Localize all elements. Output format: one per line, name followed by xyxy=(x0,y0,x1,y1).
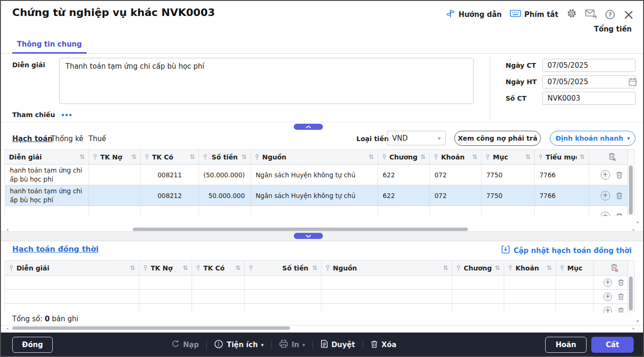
cell-dien-giai[interactable]: hanh toán tạm ứng chi ấp bù học phí xyxy=(5,185,89,206)
vertical-scrollbar[interactable] xyxy=(628,261,634,313)
tab-general-info[interactable]: Thông tin chung xyxy=(12,36,87,54)
close-button[interactable]: Đóng xyxy=(12,337,53,353)
pin-icon[interactable] xyxy=(325,265,330,271)
add-row-icon[interactable]: + xyxy=(601,170,610,180)
add-row-icon[interactable]: + xyxy=(604,307,612,313)
quick-entry-button[interactable]: Định khoản nhanh ▾ xyxy=(550,131,636,146)
cell-so-tien[interactable]: (50.000.000) xyxy=(199,165,251,185)
pin-icon[interactable] xyxy=(560,265,564,271)
col-header-muc[interactable]: Mục xyxy=(556,261,594,275)
col-header-tk-no[interactable]: TK Nợ⇅ xyxy=(89,150,141,164)
col-header-tieu-muc[interactable]: Tiểu mục⇅ xyxy=(535,150,589,164)
add-row-icon[interactable]: + xyxy=(601,212,610,216)
trash-icon[interactable] xyxy=(618,307,624,313)
doc-date-input[interactable] xyxy=(542,59,636,72)
pin-icon[interactable] xyxy=(508,265,513,271)
grid-tab-statistics[interactable]: Thống kê xyxy=(51,135,83,143)
scroll-right-arrow[interactable]: ▸ xyxy=(633,326,635,331)
pin-icon[interactable] xyxy=(143,265,148,271)
horizontal-scrollbar-thumb[interactable] xyxy=(12,326,290,330)
sort-arrows-icon[interactable]: ⇅ xyxy=(130,264,135,271)
collapse-up-button[interactable] xyxy=(294,124,323,130)
trash-icon[interactable] xyxy=(616,171,623,179)
view-payable-debt-button[interactable]: Xem công nợ phải trả xyxy=(454,131,541,146)
sort-arrows-icon[interactable]: ⇅ xyxy=(420,153,426,160)
pin-icon[interactable] xyxy=(539,154,543,160)
scroll-down-arrow[interactable]: ▾ xyxy=(636,319,639,324)
close-icon[interactable]: × xyxy=(623,10,635,19)
col-header-tk-co[interactable]: TK Có⇅ xyxy=(192,261,245,275)
add-row-icon[interactable]: + xyxy=(604,278,612,287)
cell-dien-giai[interactable]: hanh toán tạm ứng chi ấp bù học phí xyxy=(5,165,89,185)
scroll-left-arrow[interactable]: ◂ xyxy=(6,326,8,331)
col-header-chuong[interactable]: Chương⇅ xyxy=(452,261,504,275)
delete-button[interactable]: Xóa xyxy=(370,340,396,350)
simultaneous-accounting-link[interactable]: Hạch toán đồng thời xyxy=(12,245,98,254)
currency-select[interactable]: VND ▾ xyxy=(387,131,446,145)
shortcut-button[interactable]: Phím tắt xyxy=(510,9,558,19)
cell-tk-co[interactable]: 008211 xyxy=(141,165,199,185)
sort-arrows-icon[interactable]: ⇅ xyxy=(242,153,247,160)
pin-icon[interactable] xyxy=(145,154,149,160)
trash-icon[interactable] xyxy=(618,279,624,286)
sort-arrows-icon[interactable]: ⇅ xyxy=(369,153,374,160)
sort-arrows-icon[interactable]: ⇅ xyxy=(190,153,195,160)
collapse-down-button[interactable] xyxy=(294,233,323,239)
cell-tieu-muc[interactable]: 7766 xyxy=(535,185,589,206)
pin-icon[interactable] xyxy=(255,154,259,160)
col-header-so-tien[interactable]: Số tiền⇅ xyxy=(245,261,322,275)
pin-icon[interactable] xyxy=(93,154,97,160)
col-header-muc[interactable]: Mục⇅ xyxy=(482,150,535,164)
horizontal-scrollbar-thumb[interactable] xyxy=(133,228,468,231)
col-header-nguon[interactable]: Nguồn⇅ xyxy=(322,261,452,275)
sort-arrows-icon[interactable]: ⇅ xyxy=(312,264,317,271)
sort-arrows-icon[interactable]: ⇅ xyxy=(183,264,188,271)
col-header-tk-co[interactable]: TK Có⇅ xyxy=(141,150,199,164)
pin-icon[interactable] xyxy=(249,265,253,271)
gear-icon[interactable] xyxy=(566,8,577,21)
pin-icon[interactable] xyxy=(382,154,386,160)
cell-muc[interactable]: 7750 xyxy=(482,165,535,185)
reload-button[interactable]: Nạp xyxy=(171,340,199,350)
cell-khoan[interactable]: 072 xyxy=(430,165,482,185)
col-header-nguon[interactable]: Nguồn⇅ xyxy=(251,150,378,164)
cell-nguon[interactable]: Ngân sách Huyện không tự chủ xyxy=(251,185,378,206)
grid-tab-accounting[interactable]: Hạch toán xyxy=(12,135,53,143)
pin-icon[interactable] xyxy=(203,154,208,160)
col-header-chuong[interactable]: Chương⇅ xyxy=(378,150,430,164)
update-simultaneous-accounting-button[interactable]: Cập nhật hạch toán đồng thời xyxy=(501,245,632,256)
trash-icon[interactable] xyxy=(618,293,624,300)
cell-tk-co[interactable]: 008212 xyxy=(141,185,199,206)
add-row-icon[interactable]: + xyxy=(604,293,612,301)
pin-icon[interactable] xyxy=(485,154,490,160)
sort-arrows-icon[interactable]: ⇅ xyxy=(235,264,241,271)
pin-icon[interactable] xyxy=(434,154,438,160)
save-button[interactable]: Cất xyxy=(591,337,634,353)
print-button[interactable]: In ▾ xyxy=(279,340,305,350)
cell-muc[interactable]: 7750 xyxy=(482,185,535,206)
cell-so-tien[interactable]: 50.000.000 xyxy=(199,185,251,206)
sort-arrows-icon[interactable]: ⇅ xyxy=(131,153,137,160)
add-row-icon[interactable]: + xyxy=(601,191,610,200)
sort-arrows-icon[interactable]: ⇅ xyxy=(80,153,85,160)
sort-arrows-icon[interactable]: ⇅ xyxy=(495,264,500,271)
delete-all-rows-icon[interactable]: ✕ xyxy=(611,263,618,272)
reference-ellipsis-button[interactable] xyxy=(62,114,72,116)
utilities-button[interactable]: Tiện ích ▾ xyxy=(214,340,264,350)
sort-arrows-icon[interactable]: ⇅ xyxy=(472,153,477,160)
col-header-dien-giai[interactable]: Diễn giải⇅ xyxy=(5,261,139,275)
trash-icon[interactable] xyxy=(616,192,623,199)
question-circle-icon[interactable]: ? xyxy=(605,10,615,19)
post-date-input[interactable] xyxy=(542,75,636,88)
mail-send-icon[interactable] xyxy=(585,9,597,20)
pin-icon[interactable] xyxy=(196,265,201,271)
cell-tieu-muc[interactable]: 7766 xyxy=(535,165,589,185)
doc-no-input[interactable] xyxy=(542,92,636,105)
cell-chuong[interactable]: 622 xyxy=(378,185,430,206)
sort-arrows-icon[interactable]: ⇅ xyxy=(547,264,552,271)
cell-tk-no[interactable] xyxy=(89,165,141,185)
pin-icon[interactable] xyxy=(456,265,461,271)
description-textarea[interactable]: Thanh toán tạm ứng chi cấp bù học phí xyxy=(59,58,474,104)
vertical-scrollbar[interactable] xyxy=(628,150,634,216)
scroll-down-arrow[interactable]: ▾ xyxy=(636,220,639,225)
